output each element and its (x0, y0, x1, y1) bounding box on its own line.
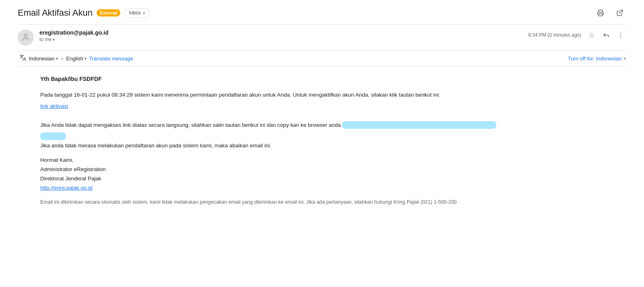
to-lang-chevron: ▾ (85, 56, 87, 61)
turn-off-close[interactable]: × (623, 56, 626, 62)
more-button[interactable]: ⋮ (615, 29, 626, 41)
badge-inbox-label: Inbox (129, 10, 140, 16)
email-para-link-line: link aktivasi (40, 102, 604, 111)
sender-right: 8:34 PM (0 minutes ago) ☆ ⋮ (528, 29, 626, 41)
translate-message-button[interactable]: Translate message (89, 56, 133, 62)
svg-line-1 (619, 10, 623, 13)
translate-from-lang[interactable]: Indonesian ▾ (29, 56, 58, 62)
sender-to[interactable]: to me ▾ (39, 37, 109, 42)
from-lang-label: Indonesian (29, 56, 55, 62)
email-para2-continuation (40, 132, 66, 140)
avatar (18, 29, 34, 45)
signature-line1: Hormat Kami, (40, 156, 604, 165)
print-button[interactable] (594, 6, 607, 19)
email-footer: Email ini dikirimkan secara otomatis ole… (40, 198, 604, 206)
link-aktivasi[interactable]: link aktivasi (40, 103, 68, 109)
signature-line3: Direktorat Jenderal Pajak (40, 174, 604, 184)
action-icons: ☆ ⋮ (586, 29, 626, 41)
sender-to-chevron: ▾ (53, 37, 55, 42)
email-para2: Jika Anda tidak dapat mengakses link dia… (40, 121, 604, 130)
to-lang-label: English (66, 56, 83, 62)
email-para1-text: Pada tanggal 16-01-22 pukul 08:34:29 sis… (40, 92, 440, 98)
email-para2-before: Jika Anda tidak dapat mengakses link dia… (40, 122, 341, 128)
translate-to-lang[interactable]: English ▾ (66, 56, 87, 62)
svg-point-2 (24, 34, 27, 37)
badge-external: External (97, 9, 120, 17)
sender-left: eregistration@pajak.go.id to me ▾ (18, 29, 109, 45)
sender-row: eregistration@pajak.go.id to me ▾ 8:34 P… (18, 24, 626, 50)
sender-info: eregistration@pajak.go.id to me ▾ (39, 29, 109, 42)
email-body: Yth Bapak/Ibu FSDFDF Pada tanggal 16-01-… (18, 66, 626, 214)
svg-rect-0 (599, 14, 603, 16)
translate-left: Indonesian ▾ › English ▾ Translate messa… (19, 54, 133, 63)
from-lang-chevron: ▾ (56, 56, 58, 61)
turn-off-translation[interactable]: Turn off for: Indonesian × (568, 56, 626, 62)
open-external-button[interactable] (613, 6, 626, 19)
turn-off-label: Turn off for: Indonesian (568, 56, 622, 62)
email-para2-highlighted (342, 121, 496, 129)
email-header: Email Aktifasi Akun External Inbox × (18, 6, 626, 24)
email-subject: Email Aktifasi Akun (18, 8, 93, 18)
reply-button[interactable] (601, 29, 612, 41)
email-para1: Pada tanggal 16-01-22 pukul 08:34:29 sis… (40, 91, 604, 99)
email-time: 8:34 PM (0 minutes ago) (528, 32, 581, 38)
signature-line2: Administrator eRegistration (40, 165, 604, 174)
email-signature: Hormat Kami, Administrator eRegistration… (40, 156, 604, 193)
header-icons (594, 6, 626, 19)
email-para3: Jika anda tidak merasa melakukan pendaft… (40, 141, 604, 150)
translate-icon (19, 54, 27, 63)
signature-link[interactable]: http://ereg.pajak.go.id (40, 185, 93, 191)
email-title-area: Email Aktifasi Akun External Inbox × (18, 8, 150, 18)
star-button[interactable]: ☆ (586, 29, 597, 41)
sender-email: eregistration@pajak.go.id (39, 29, 109, 36)
badge-inbox: Inbox × (124, 8, 150, 18)
sender-to-label: to me (39, 37, 52, 42)
badge-inbox-close[interactable]: × (142, 10, 146, 16)
translate-arrow: › (61, 55, 63, 62)
translate-bar: Indonesian ▾ › English ▾ Translate messa… (18, 50, 626, 66)
highlighted-section: Jika Anda tidak dapat mengakses link dia… (40, 121, 604, 140)
email-greeting: Yth Bapak/Ibu FSDFDF (40, 74, 604, 83)
